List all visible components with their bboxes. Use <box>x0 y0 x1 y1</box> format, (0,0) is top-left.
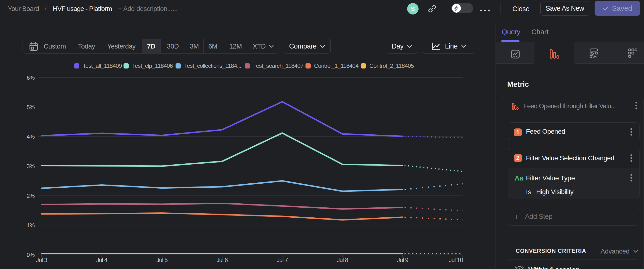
svg-text:5%: 5% <box>26 104 34 110</box>
svg-text:6%: 6% <box>26 75 34 81</box>
svg-text:Jul 3: Jul 3 <box>36 257 47 263</box>
svg-text:4%: 4% <box>26 133 34 140</box>
svg-text:Jul 4: Jul 4 <box>96 257 108 263</box>
svg-text:Jul 7: Jul 7 <box>277 257 288 263</box>
svg-text:2%: 2% <box>26 193 34 199</box>
svg-text:Jul 8: Jul 8 <box>337 257 348 263</box>
svg-text:0%: 0% <box>26 252 34 258</box>
svg-text:Jul 9: Jul 9 <box>397 257 408 263</box>
svg-text:Jul 5: Jul 5 <box>156 257 168 263</box>
svg-text:Jul 6: Jul 6 <box>216 257 228 263</box>
svg-text:Jul 10: Jul 10 <box>449 257 463 263</box>
svg-text:3%: 3% <box>26 163 34 169</box>
svg-text:1%: 1% <box>26 222 34 228</box>
